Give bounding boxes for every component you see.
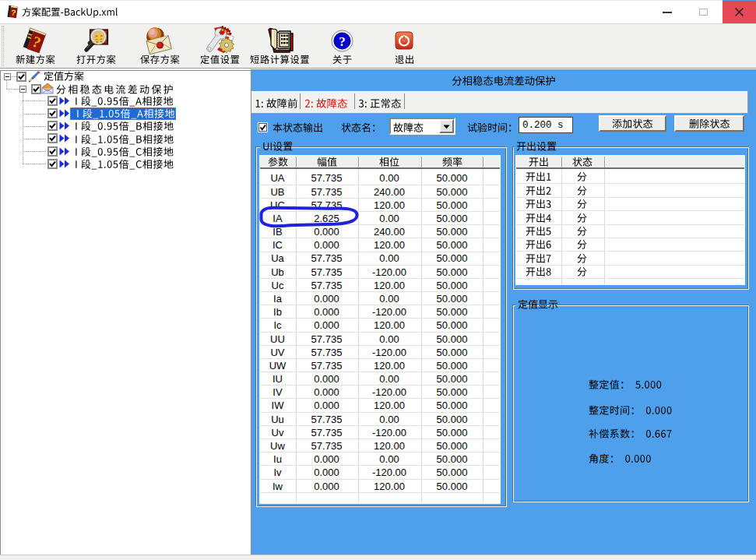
svg-text:?: ? <box>339 34 346 49</box>
